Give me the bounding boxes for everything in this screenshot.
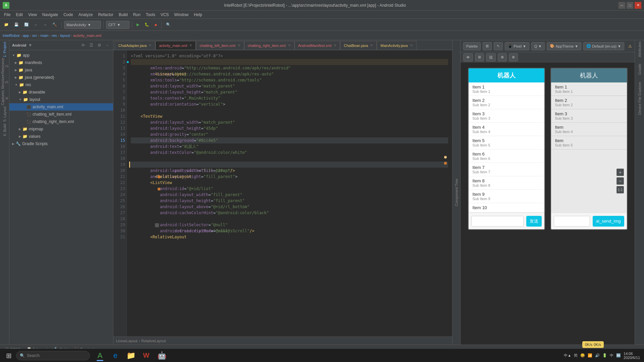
palette-btn[interactable]: Palette	[463, 42, 481, 50]
tree-item-java-gen[interactable]: ▶ 📁 java (generated)	[9, 74, 113, 81]
apptheme-dropdown[interactable]: 🎨 AppTheme ▼	[547, 42, 581, 50]
tree-item-manifests[interactable]: ▶ 📁 manifests	[9, 59, 113, 66]
list-item-3[interactable]: Item 3 Sub Item 3	[469, 109, 544, 123]
list-item-10[interactable]: Item 10	[469, 203, 544, 213]
debug-btn[interactable]: 🐛	[143, 20, 151, 29]
snap-btn[interactable]: ⊕	[498, 53, 507, 61]
breadcrumb-linearlayout[interactable]: LinearLayout	[116, 339, 138, 343]
list-item-1[interactable]: Item 1 Sub Item 1	[469, 82, 544, 96]
taskbar-app-edge[interactable]: e	[108, 350, 123, 362]
tree-item-mipmap[interactable]: ▶ 📁 mipmap	[9, 125, 113, 133]
device-explorer-label[interactable]: Device File Explorer	[638, 82, 642, 115]
tab-close-active[interactable]: ✕	[189, 43, 192, 48]
cft-dropdown[interactable]: CFT ▼	[106, 21, 129, 29]
tree-item-layout[interactable]: ▼ 📁 layout	[9, 96, 113, 103]
close-button[interactable]: ✕	[635, 2, 641, 9]
tab-activity-main[interactable]: activity_main.xml ✕	[155, 41, 196, 50]
tree-item-chatting-left[interactable]: ▶ ⬛ chatting_left_item.xml	[9, 111, 113, 118]
tab-close-cr[interactable]: ✕	[288, 43, 291, 48]
zoom-out-btn[interactable]: −	[616, 177, 624, 185]
zoom-in-btn[interactable]: +	[616, 169, 624, 176]
list-item-4[interactable]: Item 4 Sub Item 4	[469, 123, 544, 136]
tree-item-activity-main[interactable]: ▶ ⬛ activity_main.xml	[9, 103, 113, 111]
list-item-5[interactable]: Item 5 Sub Item 5	[469, 136, 544, 149]
menu-item-build[interactable]: Build	[116, 12, 130, 18]
phone-list[interactable]: Item 1 Sub Item 1 Item 2 Sub Item 2 Item…	[469, 82, 544, 213]
send-button-right[interactable]: al_send_img	[593, 216, 624, 227]
back-btn[interactable]: ←	[32, 20, 40, 29]
tab-close[interactable]: ✕	[149, 43, 152, 48]
list-item-7[interactable]: Item 7 Sub Item 7	[469, 163, 544, 176]
start-button[interactable]: ⊞	[1, 350, 16, 362]
forward-btn[interactable]: →	[41, 20, 49, 29]
build-strip-btn[interactable]: 6: Build	[1, 122, 9, 138]
tab-close-cb[interactable]: ✕	[370, 43, 373, 48]
code-content[interactable]: <?xml version="1.0" encoding="utf-8"?> ●…	[127, 50, 452, 337]
zoom-eye-btn[interactable]: 👁	[463, 53, 473, 61]
menu-item-window[interactable]: Window	[171, 12, 191, 18]
breadcrumb-relativelayout[interactable]: RelativeLayout	[141, 339, 166, 343]
tree-item-gradle[interactable]: ▶ 🔧 Gradle Scripts	[9, 140, 113, 147]
layout-strip-btn[interactable]: 5: Layout	[1, 106, 9, 122]
tree-item-chatting-right[interactable]: ▶ ⬛ chatting_right_item.xml	[9, 118, 113, 125]
menu-item-navigate[interactable]: Navigate	[40, 12, 61, 18]
more-btn[interactable]: ⊕	[509, 53, 518, 61]
attributes-label[interactable]: Attributes	[638, 42, 642, 57]
tab-close-am[interactable]: ✕	[333, 43, 336, 48]
list-item-r3[interactable]: Item 3 Sub Item 3	[551, 109, 627, 123]
nav-item-main[interactable]: main	[41, 34, 49, 38]
menu-item-run[interactable]: Run	[130, 12, 143, 18]
view-btn[interactable]: ⊞	[483, 42, 492, 50]
taskbar-search[interactable]: 🔍 Search	[16, 351, 90, 360]
list-item-r5[interactable]: Item Sub Item 5	[551, 136, 627, 149]
tab-chatting-left[interactable]: chatting_left_item.xml ✕	[196, 41, 244, 50]
nav-item-layout[interactable]: layout	[60, 34, 70, 38]
send-button[interactable]: 发送	[526, 216, 542, 227]
list-item-r1[interactable]: Item 1 Sub Item 1	[551, 82, 627, 96]
maximize-button[interactable]: □	[627, 2, 633, 9]
menu-item-edit[interactable]: Edit	[13, 12, 25, 18]
project-icon-btn[interactable]: 📁	[2, 20, 11, 29]
list-item-r4[interactable]: Item Sub Item 4	[551, 123, 627, 136]
captures-strip-btn[interactable]: 4: Captures	[1, 90, 9, 106]
phone-input-right[interactable]	[554, 216, 590, 227]
tab-chatadapter[interactable]: ChatAdapter.java ✕	[115, 41, 155, 50]
list-item-6[interactable]: Item 6 Sub Item 6	[469, 149, 544, 163]
q-dropdown[interactable]: Q ▼	[531, 42, 545, 50]
tab-close-cl[interactable]: ✕	[237, 43, 240, 48]
zoom-fit-btn[interactable]: 1:1	[616, 186, 624, 193]
save-btn[interactable]: 💾	[12, 20, 21, 29]
nav-item-src[interactable]: src	[32, 34, 37, 38]
phone-input-field[interactable]	[471, 216, 524, 227]
taskbar-app-robot[interactable]: 🤖	[154, 350, 169, 362]
nav-item-app[interactable]: app	[23, 34, 29, 38]
cursor-btn[interactable]: ↖	[494, 42, 503, 50]
stop-btn[interactable]: ■	[153, 20, 159, 29]
taskbar-app-wps[interactable]: W	[139, 350, 154, 362]
taskbar-app-studio[interactable]: A	[93, 350, 107, 362]
menu-item-view[interactable]: View	[25, 12, 40, 18]
list-item-9[interactable]: Item 9 Sub Item 9	[469, 190, 544, 203]
grid-btn[interactable]: ⊞	[475, 53, 484, 61]
filter-btn[interactable]: ☰	[88, 42, 94, 48]
minimize-button[interactable]: ─	[619, 2, 625, 9]
list-item-r2[interactable]: Item 2 Sub Item 2	[551, 96, 627, 109]
sync-btn[interactable]: 🔄	[22, 20, 31, 29]
nav-item-res[interactable]: res	[52, 34, 57, 38]
project-strip-btn[interactable]: 1: Project	[1, 42, 9, 58]
tree-item-app[interactable]: ▼ 📁 app	[9, 52, 113, 59]
tab-mainactivity[interactable]: MainActivity.java ✕	[377, 41, 416, 50]
menu-item-file[interactable]: File	[1, 12, 13, 18]
menu-item-code[interactable]: Code	[61, 12, 76, 18]
constraint-btn[interactable]: ⛓	[486, 53, 496, 61]
tree-item-values[interactable]: ▶ 📁 values	[9, 133, 113, 140]
component-tree-label[interactable]: Component Tree	[454, 179, 459, 206]
run-btn[interactable]: ▶	[135, 20, 141, 29]
main-activity-dropdown[interactable]: MainActivity ▼	[64, 21, 101, 29]
tab-chatbean[interactable]: ChatBean.java ✕	[340, 41, 377, 50]
menu-item-analyze[interactable]: Analyze	[76, 12, 96, 18]
tree-item-res[interactable]: ▼ 📁 res	[9, 81, 113, 88]
tab-chatting-right[interactable]: chatting_right_item.xml ✕	[244, 41, 294, 50]
build-btn[interactable]: 🔨	[50, 20, 59, 29]
pixel-dropdown[interactable]: 📱 Pixel ▼	[505, 42, 529, 50]
